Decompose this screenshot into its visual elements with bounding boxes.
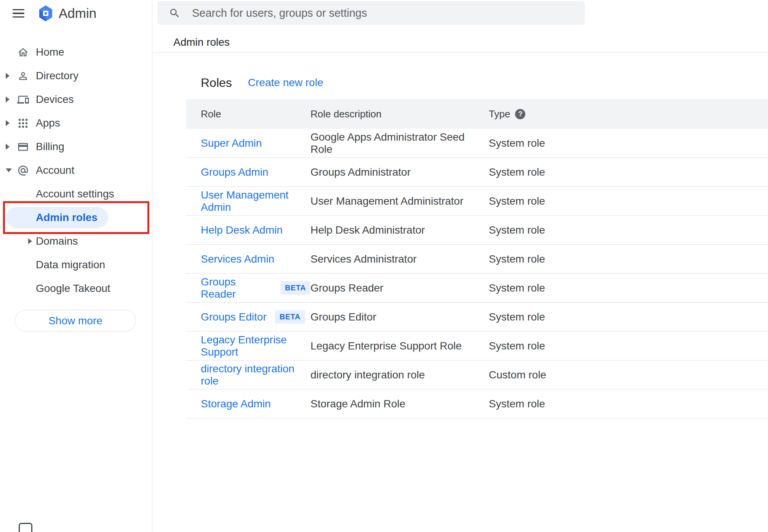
billing-icon <box>17 141 29 153</box>
sidebar-item-label: Account settings <box>36 188 114 200</box>
table-row: Storage AdminStorage Admin RoleSystem ro… <box>186 389 768 418</box>
role-type: System role <box>489 282 768 294</box>
table-row: Groups ReaderBETAGroups ReaderSystem rol… <box>186 274 768 303</box>
chevron-right-icon[interactable] <box>6 144 10 150</box>
app-title: Admin <box>59 6 96 21</box>
column-header-role: Role <box>186 108 310 120</box>
chevron-right-icon[interactable] <box>28 238 32 244</box>
role-cell: Legacy Enterprise Support <box>186 334 310 358</box>
sidebar-item-apps[interactable]: Apps <box>0 111 152 135</box>
sidebar-item-label: Account <box>36 164 74 176</box>
role-cell: Groups EditorBETA <box>186 310 310 324</box>
role-type: System role <box>489 137 768 149</box>
role-cell: User Management Admin <box>186 189 310 213</box>
sidebar-item-google-takeout[interactable]: Google Takeout <box>0 277 152 300</box>
chevron-down-icon[interactable] <box>6 168 12 172</box>
role-link[interactable]: Services Admin <box>201 253 274 265</box>
role-cell: Services Admin <box>186 253 310 265</box>
divider <box>152 52 768 53</box>
roles-panel: Roles Create new role Role Role descript… <box>186 66 768 418</box>
role-link[interactable]: Legacy Enterprise Support <box>201 334 310 358</box>
column-header-type-label: Type <box>489 108 510 120</box>
search-icon <box>169 7 181 19</box>
search-input[interactable] <box>191 6 576 20</box>
sidebar-item-billing[interactable]: Billing <box>0 135 152 159</box>
menu-icon[interactable] <box>13 5 29 21</box>
table-row: directory integration roledirectory inte… <box>186 361 768 389</box>
show-more-button[interactable]: Show more <box>15 310 136 332</box>
role-link[interactable]: directory integration role <box>201 363 310 387</box>
role-link[interactable]: User Management Admin <box>201 189 310 213</box>
sidebar-item-devices[interactable]: Devices <box>0 88 152 111</box>
role-link[interactable]: Groups Editor <box>201 311 267 323</box>
partial-bottom-icon <box>19 523 32 532</box>
role-link[interactable]: Help Desk Admin <box>201 224 283 236</box>
sidebar-item-domains[interactable]: Domains <box>0 229 152 253</box>
role-cell: Groups Admin <box>186 166 310 178</box>
sidebar-item-label: Home <box>36 46 64 58</box>
role-description: Google Apps Administrator Seed Role <box>310 131 489 155</box>
sidebar-item-label: Data migration <box>36 259 105 271</box>
role-link[interactable]: Super Admin <box>201 137 262 149</box>
sidebar-nav: HomeDirectoryDevicesAppsBillingAccountAc… <box>0 40 152 300</box>
sidebar-item-data-migration[interactable]: Data migration <box>0 253 152 277</box>
sidebar-item-label: Devices <box>36 93 74 106</box>
sidebar-item-account[interactable]: Account <box>0 159 152 182</box>
role-description: Help Desk Administrator <box>310 224 489 236</box>
sidebar-item-home[interactable]: Home <box>0 40 152 64</box>
chevron-right-icon[interactable] <box>6 96 10 103</box>
role-link[interactable]: Groups Admin <box>201 166 268 178</box>
role-description: Groups Reader <box>310 282 489 294</box>
search-bar[interactable] <box>157 1 585 25</box>
role-type: System role <box>489 340 768 352</box>
apps-grid-icon <box>17 117 29 129</box>
role-type: System role <box>489 398 768 410</box>
role-type: System role <box>489 224 768 236</box>
role-type: System role <box>489 253 768 265</box>
sidebar-item-label: Domains <box>36 235 78 247</box>
table-row: Services AdminServices AdministratorSyst… <box>186 245 768 274</box>
role-type: System role <box>489 311 768 323</box>
sidebar-item-label: Google Takeout <box>36 282 110 295</box>
sidebar-item-label: Directory <box>36 70 78 82</box>
table-row: Groups AdminGroups AdministratorSystem r… <box>186 158 768 187</box>
role-type: Custom role <box>489 369 768 381</box>
role-cell: Storage Admin <box>186 398 310 410</box>
admin-logo-icon <box>38 5 53 22</box>
sidebar-item-label: Admin roles <box>36 212 98 224</box>
sidebar-header: Admin <box>0 0 152 27</box>
beta-badge: BETA <box>275 310 305 324</box>
create-new-role-link[interactable]: Create new role <box>248 77 323 89</box>
panel-title: Roles <box>201 76 232 90</box>
sidebar-item-admin-roles[interactable]: Admin roles <box>0 206 152 229</box>
beta-badge: BETA <box>280 281 310 295</box>
sidebar: Admin HomeDirectoryDevicesAppsBillingAcc… <box>0 0 152 532</box>
table-row: Help Desk AdminHelp Desk AdministratorSy… <box>186 216 768 245</box>
role-cell: Super Admin <box>186 137 310 149</box>
help-icon[interactable]: ? <box>515 109 525 119</box>
table-header-row: Role Role description Type ? <box>186 99 768 129</box>
table-row: Groups EditorBETAGroups EditorSystem rol… <box>186 303 768 332</box>
sidebar-item-label: Apps <box>36 117 60 129</box>
role-cell: Groups ReaderBETA <box>186 276 310 300</box>
breadcrumb: Admin roles <box>173 36 768 49</box>
role-type: System role <box>489 195 768 207</box>
role-description: Storage Admin Role <box>310 398 489 410</box>
role-description: Legacy Enterprise Support Role <box>310 340 489 352</box>
table-row: Super AdminGoogle Apps Administrator See… <box>186 129 768 158</box>
home-icon <box>17 46 29 58</box>
role-cell: directory integration role <box>186 363 310 387</box>
table-body: Super AdminGoogle Apps Administrator See… <box>186 129 768 418</box>
role-description: Groups Editor <box>310 311 489 323</box>
person-icon <box>17 70 29 82</box>
table-row: Legacy Enterprise SupportLegacy Enterpri… <box>186 332 768 361</box>
role-link[interactable]: Storage Admin <box>201 398 271 410</box>
role-link[interactable]: Groups Reader <box>201 276 272 300</box>
column-header-type: Type ? <box>489 108 768 120</box>
role-type: System role <box>489 166 768 178</box>
main-area: Admin roles Roles Create new role Role R… <box>152 0 768 532</box>
chevron-right-icon[interactable] <box>6 120 10 126</box>
chevron-right-icon[interactable] <box>6 73 10 79</box>
sidebar-item-directory[interactable]: Directory <box>0 64 152 88</box>
sidebar-item-account-settings[interactable]: Account settings <box>0 182 152 206</box>
